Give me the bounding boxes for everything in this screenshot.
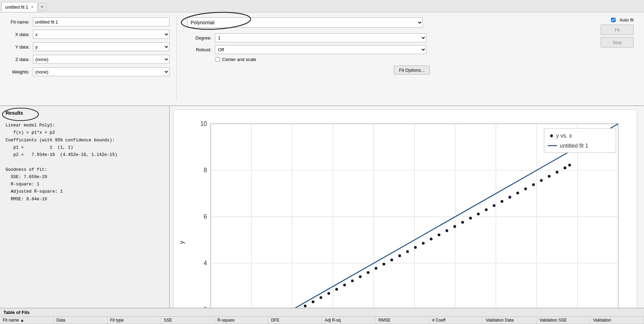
svg-point-46: [406, 250, 409, 253]
degree-row: Degree: 1: [187, 33, 637, 42]
svg-point-61: [524, 187, 527, 190]
svg-point-47: [414, 246, 417, 249]
auto-fit-checkbox[interactable]: [611, 18, 616, 22]
weights-select[interactable]: (none): [33, 67, 169, 76]
svg-point-40: [359, 275, 362, 278]
svg-point-63: [540, 179, 543, 182]
y-data-row: Y data: y: [7, 42, 169, 51]
svg-text:4: 4: [204, 260, 207, 266]
x-data-row: X data: x: [7, 30, 169, 39]
svg-point-65: [556, 171, 558, 174]
fit-type-row: Polynomial: [187, 17, 423, 28]
weights-row: Weights: (none): [7, 67, 169, 76]
y-data-label: Y data:: [7, 44, 29, 50]
fit-name-label: Fit name:: [7, 19, 29, 25]
robust-row: Robust: Off: [187, 45, 637, 54]
chart-svg: 0 1 2 3 4 5 6 7 8 9 10 x: [174, 110, 637, 308]
results-content: Linear model Poly1: f(x) = p1*x + p2 Coe…: [6, 122, 164, 203]
svg-point-45: [398, 254, 401, 257]
col-rmse: RMSE: [376, 317, 429, 324]
center-scale-label: Center and scale: [222, 57, 256, 62]
svg-point-57: [493, 204, 496, 207]
table-fits: Table of Fits Fit name ▲ Data Fit type S…: [0, 308, 644, 324]
table-fits-title: Table of Fits: [0, 308, 644, 317]
col-sse: SSE: [161, 317, 215, 324]
chart-legend-box: [544, 129, 616, 153]
degree-select[interactable]: 1: [215, 33, 426, 42]
svg-point-41: [367, 271, 369, 274]
svg-point-59: [508, 196, 511, 199]
chart-container: 0 1 2 3 4 5 6 7 8 9 10 x: [173, 110, 637, 308]
svg-point-67: [568, 164, 571, 167]
svg-point-37: [335, 288, 338, 291]
col-validation: Validation: [590, 317, 644, 324]
y-data-select[interactable]: y: [33, 42, 169, 51]
svg-point-44: [390, 259, 393, 261]
fit-name-input[interactable]: [33, 17, 169, 26]
svg-point-64: [548, 175, 550, 178]
results-title: Results: [6, 110, 23, 116]
svg-point-50: [438, 234, 441, 236]
svg-text:10: 10: [200, 120, 207, 127]
svg-text:8: 8: [204, 167, 207, 174]
stop-button[interactable]: Stop: [601, 37, 634, 47]
fit-button[interactable]: Fit: [601, 25, 634, 35]
svg-point-49: [430, 238, 433, 240]
svg-text:6: 6: [204, 213, 207, 220]
x-data-select[interactable]: x: [33, 30, 169, 39]
x-data-label: X data:: [7, 32, 29, 37]
results-panel: Results Linear model Poly1: f(x) = p1*x …: [0, 106, 170, 308]
main-content: Fit name: X data: x Y data: y Z data: (n…: [0, 12, 644, 324]
bottom-section: Results Linear model Poly1: f(x) = p1*x …: [0, 106, 644, 308]
z-data-select[interactable]: (none): [33, 55, 169, 64]
top-panel: Fit name: X data: x Y data: y Z data: (n…: [0, 12, 644, 106]
tab-bar: untitled fit 1 × +: [0, 0, 644, 12]
col-validation-data: Validation Data: [483, 317, 537, 324]
svg-point-38: [343, 284, 346, 287]
y-axis-title: y: [178, 240, 185, 244]
svg-point-62: [532, 183, 535, 186]
z-data-row: Z data: (none): [7, 55, 169, 64]
legend-label-2: untitled fit 1: [560, 142, 588, 149]
svg-point-48: [422, 242, 425, 245]
tab-add-button[interactable]: +: [38, 3, 46, 11]
col-fit-type: Fit type: [107, 317, 161, 324]
fit-options-row: Fit Options...: [187, 65, 430, 75]
legend-label-1: y vs. x: [556, 132, 572, 139]
svg-point-51: [445, 229, 448, 232]
svg-point-35: [320, 296, 322, 299]
svg-point-55: [477, 212, 480, 215]
table-fits-header: Fit name ▲ Data Fit type SSE R-square DF…: [0, 317, 644, 324]
col-validation-sse: Validation SSE: [537, 317, 590, 324]
svg-point-36: [328, 292, 330, 295]
col-r-square: R-square: [215, 317, 268, 324]
tab-untitled-fit-1[interactable]: untitled fit 1 ×: [1, 2, 37, 12]
fit-options-button[interactable]: Fit Options...: [394, 65, 430, 75]
auto-fit-panel: Auto fit Fit Stop: [601, 17, 634, 47]
auto-fit-row: Auto fit: [611, 17, 634, 23]
svg-point-33: [304, 305, 306, 307]
tab-close-icon[interactable]: ×: [31, 5, 34, 9]
svg-point-53: [461, 221, 464, 224]
fit-type-select[interactable]: Polynomial: [187, 17, 423, 28]
robust-label: Robust:: [187, 47, 211, 52]
auto-fit-label: Auto fit: [620, 17, 634, 23]
legend-dot: [550, 134, 553, 137]
center-scale-checkbox[interactable]: [216, 57, 220, 62]
fit-name-row: Fit name:: [7, 17, 169, 26]
svg-point-42: [375, 267, 377, 270]
svg-point-39: [351, 280, 354, 282]
center-scale-row: Center and scale: [216, 57, 637, 62]
col-num-coeff: # Coeff: [429, 317, 483, 324]
svg-point-54: [469, 217, 472, 219]
svg-text:2: 2: [204, 306, 207, 308]
degree-label: Degree:: [187, 35, 211, 41]
col-adj-r-sq: Adj R-sq: [322, 317, 376, 324]
svg-point-34: [312, 300, 314, 303]
right-options: Polynomial Degree: 1 Robust: Off Center …: [177, 17, 637, 100]
svg-point-66: [564, 167, 566, 169]
svg-point-58: [501, 200, 503, 203]
chart-area: 0 1 2 3 4 5 6 7 8 9 10 x: [170, 106, 644, 308]
tab-label: untitled fit 1: [5, 5, 28, 10]
robust-select[interactable]: Off: [215, 45, 426, 54]
